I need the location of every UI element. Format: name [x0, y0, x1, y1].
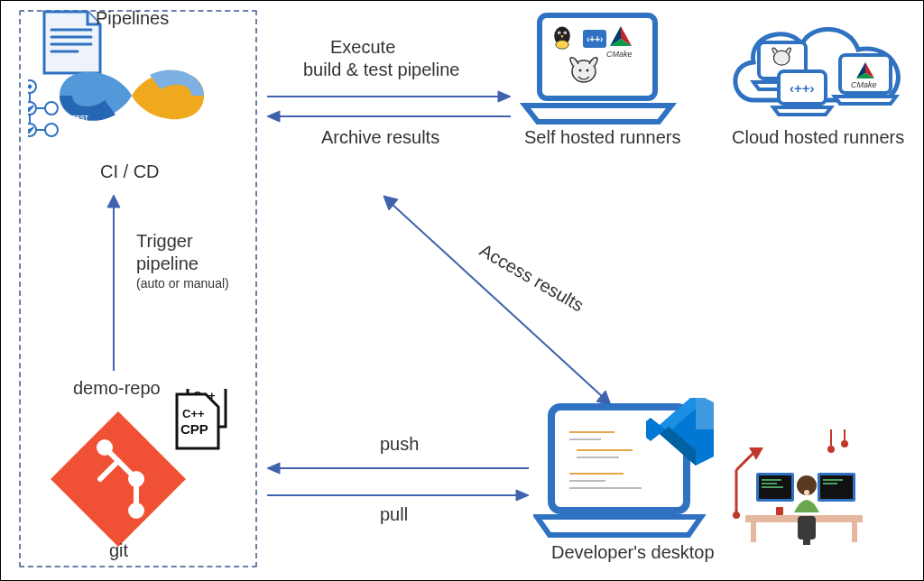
svg-point-46 — [579, 69, 582, 72]
svg-marker-27 — [498, 91, 511, 102]
svg-point-9 — [45, 102, 58, 115]
svg-point-37 — [564, 32, 566, 34]
pull-arrow — [267, 488, 529, 503]
svg-rect-97 — [776, 507, 783, 515]
developer-label: Developer's desktop — [551, 542, 715, 563]
svg-point-36 — [559, 32, 560, 34]
git-icon — [51, 411, 186, 547]
cicd-label: CI / CD — [100, 161, 160, 182]
trigger-label-3: (auto or manual) — [136, 276, 229, 290]
cloud-hosted-runners-icon: ‹++› CMake — [723, 10, 912, 132]
svg-point-13 — [45, 124, 58, 136]
git-label: git — [109, 540, 128, 561]
execute-label-2: build & test pipeline — [303, 60, 459, 80]
svg-text:CMake: CMake — [851, 80, 877, 89]
svg-rect-94 — [803, 540, 810, 545]
svg-text:CPP: CPP — [180, 421, 208, 437]
pipelines-label: Pipelines — [96, 8, 169, 29]
svg-rect-91 — [751, 522, 756, 542]
svg-point-78 — [827, 446, 835, 453]
svg-point-22 — [128, 503, 144, 519]
pipeline-runs-icon — [28, 80, 58, 136]
push-label: push — [380, 434, 419, 455]
svg-line-74 — [736, 452, 754, 470]
cpp-files-icon: C++ C++ CPP — [177, 389, 226, 448]
infinity-test-label: TEST — [72, 115, 89, 121]
cicd-icon-group: TEST — [28, 10, 208, 145]
trigger-label-2: pipeline — [136, 254, 199, 274]
infinity-pipeline-icon: TEST — [60, 69, 204, 121]
execute-label-1: Execute — [330, 37, 395, 58]
developer-desktop-group — [533, 398, 858, 542]
svg-marker-29 — [267, 111, 280, 122]
git-icon-group: C++ C++ CPP — [51, 389, 213, 551]
pull-label: pull — [380, 504, 408, 525]
archive-arrow — [267, 109, 511, 124]
svg-rect-92 — [852, 522, 857, 542]
document-icon — [44, 12, 100, 73]
svg-text:‹++›: ‹++› — [790, 80, 815, 96]
svg-point-80 — [841, 440, 848, 447]
self-hosted-label: Self hosted runners — [524, 127, 680, 148]
tux-icon — [554, 26, 570, 49]
trigger-label-1: Trigger — [136, 231, 193, 252]
svg-point-49 — [773, 51, 790, 65]
svg-point-96 — [804, 490, 809, 495]
svg-point-21 — [128, 471, 144, 487]
push-arrow — [267, 461, 529, 475]
svg-marker-61 — [267, 463, 280, 474]
developer-desk-icon — [733, 429, 863, 545]
svg-point-20 — [97, 439, 113, 456]
cpp-logo-icon: ‹++› — [583, 30, 606, 48]
svg-rect-16 — [51, 411, 186, 547]
cloud-laptop-cmake-icon: CMake — [835, 55, 896, 104]
cloud-hosted-label: Cloud hosted runners — [732, 127, 904, 148]
svg-marker-63 — [516, 490, 529, 501]
svg-text:CMake: CMake — [606, 50, 633, 59]
svg-marker-58 — [383, 196, 398, 210]
svg-rect-93 — [798, 516, 816, 540]
svg-text:‹++›: ‹++› — [587, 34, 603, 44]
gnu-icon — [570, 58, 597, 82]
svg-point-47 — [587, 69, 589, 72]
access-results-label: Access results — [476, 240, 587, 316]
svg-rect-87 — [820, 475, 853, 499]
svg-point-33 — [556, 41, 568, 50]
execute-arrow — [267, 89, 511, 104]
svg-point-76 — [733, 512, 740, 519]
cloud-laptop-cpp-icon: ‹++› — [773, 71, 831, 115]
svg-text:C++: C++ — [182, 407, 205, 420]
self-hosted-runners-icon: CMake ‹++› — [520, 10, 678, 123]
archive-label: Archive results — [321, 127, 439, 148]
